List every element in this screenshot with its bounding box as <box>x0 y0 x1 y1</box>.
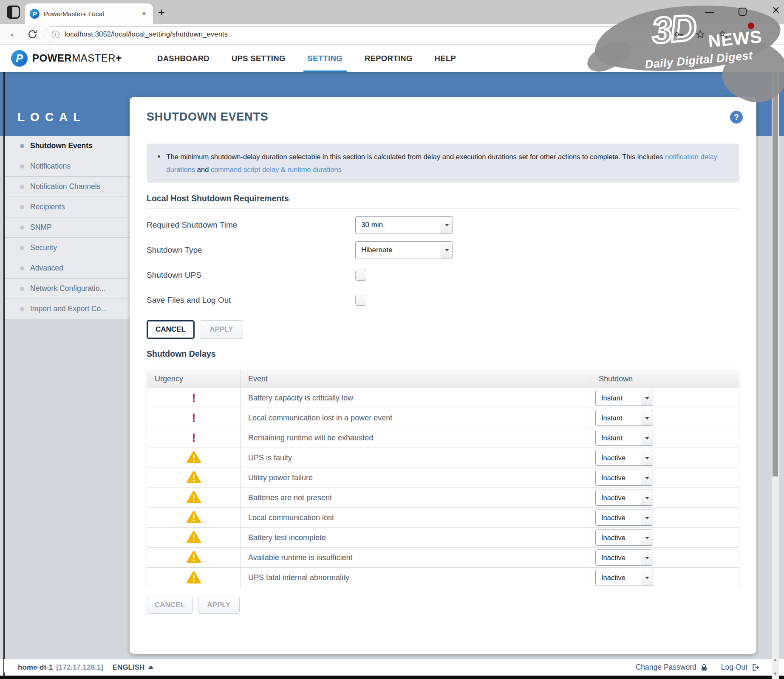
shutdown-select-remaining-runtime-will-be-exhausted[interactable]: Instant <box>595 430 653 446</box>
shutdown-select-available-runtime-is-insufficient[interactable]: Inactive <box>595 549 653 566</box>
nav-item-help[interactable]: HELP <box>435 45 456 72</box>
chevron-down-icon[interactable] <box>641 470 653 485</box>
favorite-star-icon[interactable] <box>695 29 705 39</box>
shutdown-cell: Inactive <box>591 488 739 507</box>
warning-triangle-icon <box>187 471 201 485</box>
chevron-down-icon[interactable] <box>641 510 653 525</box>
brand-bold: POWER <box>32 52 72 64</box>
sidebar-item-import-and-export-co[interactable]: Import and Export Co... <box>5 299 130 319</box>
divider <box>147 364 739 364</box>
urgency-cell <box>147 568 241 588</box>
log-out-label: Log Out <box>721 663 747 672</box>
shutdown-ups-checkbox[interactable] <box>355 270 366 281</box>
table-row: UPS is faultyInactive <box>147 448 739 468</box>
chevron-down-icon[interactable] <box>441 217 453 234</box>
sidebar-item-notifications[interactable]: Notifications <box>5 156 130 177</box>
sidebar-item-security[interactable]: Security <box>5 238 130 258</box>
password-key-icon[interactable] <box>674 29 684 39</box>
nav-item-setting[interactable]: SETTING <box>308 45 342 72</box>
footer-host-info: home-dt-1[172.17.128.1] ENGLISH <box>18 663 154 672</box>
address-bar[interactable]: i localhost:3052/local/local_setting/shu… <box>45 26 663 42</box>
browser-toolbar: ← i localhost:3052/local/local_setting/s… <box>0 24 784 45</box>
tab-list-icon[interactable] <box>7 6 20 19</box>
apply-button[interactable]: APPLY <box>200 320 243 339</box>
shutdown-select-batteries-are-not-present[interactable]: Inactive <box>595 490 653 506</box>
event-cell: Battery capacity is critically low <box>241 388 591 408</box>
close-icon[interactable]: × <box>772 3 780 18</box>
site-info-icon[interactable]: i <box>52 31 59 38</box>
chevron-down-icon[interactable] <box>641 430 653 445</box>
reload-icon[interactable] <box>27 29 38 39</box>
browser-menu-icon[interactable]: ⋯ <box>767 28 777 39</box>
sidebar: LOCAL Shutdown EventsNotificationsNotifi… <box>5 72 130 319</box>
cancel-button[interactable]: CANCEL <box>147 320 195 339</box>
sidebar-menu: Shutdown EventsNotificationsNotification… <box>5 136 130 319</box>
save-files-logout-checkbox[interactable] <box>355 295 366 306</box>
shutdown-select-utility-power-failure[interactable]: Inactive <box>595 470 653 486</box>
divider <box>147 208 739 209</box>
sidebar-item-advanced[interactable]: Advanced <box>5 258 130 279</box>
chevron-down-icon[interactable] <box>641 570 653 586</box>
nav-item-reporting[interactable]: REPORTING <box>365 45 413 72</box>
sidebar-item-label: Network Configuratio... <box>30 284 106 293</box>
browser-tab[interactable]: P PowerMaster+ Local × <box>25 3 153 24</box>
shutdown-select-local-communication-lost-in-a-power-event[interactable]: Instant <box>595 410 653 426</box>
column-header-event: Event <box>241 370 591 388</box>
chevron-down-icon[interactable] <box>641 390 653 406</box>
sidebar-item-snmp[interactable]: SNMP <box>5 217 130 238</box>
log-out-link[interactable]: Log Out <box>721 663 760 672</box>
table-row: UPS fatal internal abnormalityInactive <box>147 568 739 588</box>
chevron-down-icon[interactable] <box>441 242 453 259</box>
bullet-icon <box>20 287 24 291</box>
warning-triangle-icon <box>187 510 201 525</box>
maximize-icon[interactable] <box>739 8 747 16</box>
collections-star-icon[interactable] <box>718 29 728 39</box>
tab-close-icon[interactable]: × <box>140 9 148 18</box>
new-tab-button[interactable]: + <box>158 6 165 19</box>
shutdown-select-battery-test-incomplete[interactable]: Inactive <box>595 530 653 546</box>
language-selector[interactable]: ENGLISH <box>113 663 154 672</box>
required-shutdown-time-select[interactable]: 30 min. <box>355 216 453 234</box>
save-files-logout-label: Save Files and Log Out <box>147 296 355 305</box>
sidebar-item-recipients[interactable]: Recipients <box>5 197 130 217</box>
shutdown-cell: Inactive <box>591 528 739 547</box>
chevron-down-icon[interactable] <box>641 410 653 425</box>
shutdown-cell: Inactive <box>591 448 739 468</box>
nav-item-dashboard[interactable]: DASHBOARD <box>157 45 209 72</box>
apply-button[interactable]: APPLY <box>198 597 240 614</box>
shutdown-select-ups-is-faulty[interactable]: Inactive <box>595 450 653 466</box>
sidebar-item-network-configuratio[interactable]: Network Configuratio... <box>5 279 130 299</box>
shutdown-select-local-communication-lost[interactable]: Inactive <box>595 510 653 526</box>
sidebar-item-notification-channels[interactable]: Notification Channels <box>5 177 130 197</box>
bullet-icon <box>20 185 24 189</box>
chevron-down-icon[interactable] <box>641 450 653 465</box>
nav-item-ups-setting[interactable]: UPS SETTING <box>232 45 286 72</box>
shutdown-select-battery-capacity-is-critically-low[interactable]: Instant <box>595 390 653 406</box>
sidebar-item-label: Advanced <box>30 264 63 273</box>
sidebar-item-shutdown-events[interactable]: Shutdown Events <box>5 136 130 156</box>
chevron-down-icon[interactable] <box>641 550 653 565</box>
chevron-down-icon[interactable] <box>641 530 653 545</box>
chevron-down-icon[interactable] <box>641 490 653 505</box>
shutdown-type-select[interactable]: Hibernate <box>355 241 453 259</box>
change-password-link[interactable]: Change Password <box>636 663 708 672</box>
command-script-link[interactable]: command script delay & runtime durations <box>211 166 342 173</box>
select-value: Instant <box>596 410 641 425</box>
column-header-shutdown: Shutdown <box>591 370 739 388</box>
back-icon[interactable]: ← <box>8 27 20 40</box>
sidebar-title: LOCAL <box>17 110 86 124</box>
help-icon[interactable]: ? <box>730 111 743 124</box>
urgency-cell <box>147 488 241 507</box>
sidebar-item-label: Shutdown Events <box>30 141 93 150</box>
cancel-button[interactable]: CANCEL <box>147 597 193 614</box>
shutdown-select-ups-fatal-internal-abnormality[interactable]: Inactive <box>595 570 653 586</box>
event-cell: Remaining runtime will be exhausted <box>241 428 591 448</box>
browser-tab-bar: P PowerMaster+ Local × + <box>0 0 784 24</box>
scroll-down-icon[interactable]: ▼ <box>773 671 778 676</box>
scrollbar-thumb[interactable] <box>773 73 778 476</box>
minimize-icon[interactable] <box>705 12 714 13</box>
shutdown-cell: Inactive <box>591 548 739 567</box>
bullet-icon <box>20 205 24 209</box>
requirements-heading: Local Host Shutdown Requirements <box>147 194 739 203</box>
scroll-up-icon[interactable]: ▲ <box>773 657 778 662</box>
